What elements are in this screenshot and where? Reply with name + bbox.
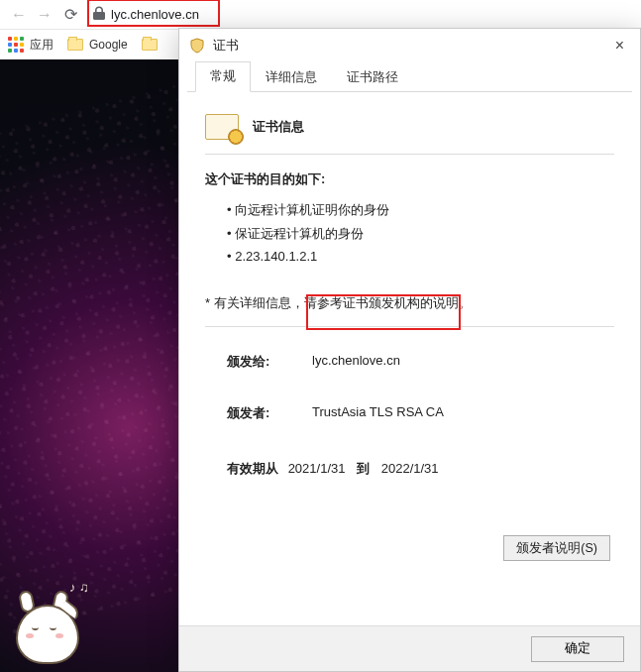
certificate-icon: [205, 114, 239, 140]
purpose-item: • 向远程计算机证明你的身份: [227, 198, 614, 222]
issuer-statement-button[interactable]: 颁发者说明(S): [503, 535, 610, 561]
dialog-body: 证书信息 这个证书的目的如下: • 向远程计算机证明你的身份 • 保证远程计算机…: [179, 92, 640, 625]
close-icon[interactable]: ×: [609, 37, 630, 55]
issued-to-value: lyc.chenlove.cn: [312, 353, 614, 371]
back-button[interactable]: ←: [6, 3, 32, 27]
valid-from-date: 2021/1/31: [288, 461, 346, 476]
tab-cert-path[interactable]: 证书路径: [332, 62, 413, 92]
divider: [205, 154, 614, 155]
browser-toolbar: ← → ⟳ lyc.chenlove.cn: [0, 0, 641, 30]
issuer-value: TrustAsia TLS RSA CA: [312, 404, 614, 422]
purpose-list: • 向远程计算机证明你的身份 • 保证远程计算机的身份 • 2.23.140.1…: [227, 198, 614, 267]
dialog-titlebar: 证书 ×: [179, 29, 640, 62]
purpose-item: • 2.23.140.1.2.1: [227, 246, 614, 267]
cert-info-title: 证书信息: [253, 118, 304, 136]
tab-details[interactable]: 详细信息: [251, 62, 332, 92]
address-bar[interactable]: lyc.chenlove.cn: [93, 4, 199, 26]
divider: [205, 326, 614, 327]
folder-icon: [142, 39, 158, 51]
cert-note: * 有关详细信息，请参考证书颁发机构的说明。: [205, 294, 614, 312]
purpose-item: • 保证远程计算机的身份: [227, 222, 614, 246]
lock-icon: [93, 6, 105, 23]
issuer-label: 颁发者:: [227, 404, 312, 422]
cert-info-header: 证书信息: [205, 114, 614, 140]
valid-to-date: 2022/1/31: [381, 461, 439, 476]
issued-to-row: 颁发给: lyc.chenlove.cn: [205, 345, 614, 379]
url-text: lyc.chenlove.cn: [111, 7, 199, 22]
bookmark-folder[interactable]: [142, 39, 158, 51]
dialog-title: 证书: [213, 37, 239, 55]
purpose-title: 这个证书的目的如下:: [205, 170, 614, 188]
shield-icon: [189, 38, 205, 54]
certificate-dialog: 证书 × 常规 详细信息 证书路径 证书信息 这个证书的目的如下: • 向远程计…: [178, 28, 641, 672]
validity-row: 有效期从 2021/1/31 到 2022/1/31: [227, 460, 614, 478]
apps-shortcut[interactable]: 应用: [8, 37, 53, 54]
bookmark-label: Google: [89, 38, 128, 52]
folder-icon: [67, 39, 83, 51]
valid-from-label: 有效期从: [227, 461, 278, 476]
tab-row: 常规 详细信息 证书路径: [187, 62, 632, 92]
issuer-row: 颁发者: TrustAsia TLS RSA CA: [205, 396, 614, 430]
reload-button[interactable]: ⟳: [57, 3, 83, 27]
apps-label: 应用: [30, 37, 53, 54]
ok-button[interactable]: 确定: [531, 636, 624, 662]
dialog-footer: 确定: [179, 625, 640, 671]
apps-grid-icon: [8, 37, 24, 53]
forward-button[interactable]: →: [32, 3, 57, 27]
bookmark-folder-google[interactable]: Google: [67, 38, 128, 52]
tab-general[interactable]: 常规: [195, 61, 251, 92]
issued-to-label: 颁发给:: [227, 353, 312, 371]
valid-to-label: 到: [357, 461, 370, 476]
mascot-character: ♪ ♫: [4, 569, 91, 664]
button-row: 颁发者说明(S): [205, 535, 614, 561]
